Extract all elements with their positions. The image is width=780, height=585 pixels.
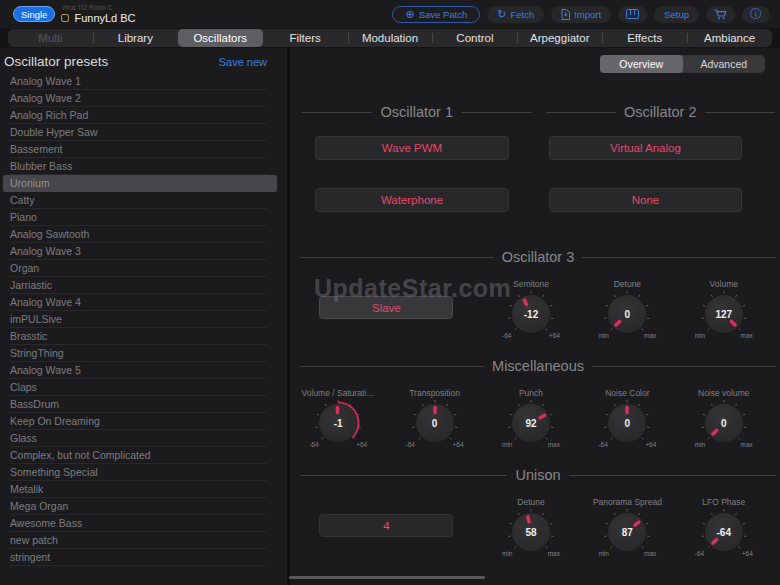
preset-brasstic[interactable]: Brasstic: [10, 328, 267, 345]
tab-library[interactable]: Library: [93, 29, 178, 47]
knob-label: Detune: [614, 279, 641, 289]
osc3-mode-button[interactable]: Slave: [319, 296, 453, 319]
tab-multi: Multi: [8, 29, 93, 47]
knob-label: Noise Color: [605, 388, 649, 398]
import-file-icon: [561, 9, 570, 20]
oscillator3-controls: Slave Semitone-12-64+64 Detune0minmax Vo…: [290, 279, 780, 339]
knob-label: Detune: [517, 497, 544, 507]
knob-value: 0: [603, 290, 651, 338]
knob-panorama-spread[interactable]: Panorama Spread87minmax: [579, 497, 675, 557]
oscillator3-header: Oscillator 3: [300, 249, 776, 265]
preset-analog-wave-3[interactable]: Analog Wave 3: [10, 243, 267, 260]
preset-analog-rich-pad[interactable]: Analog Rich Pad: [10, 107, 267, 124]
preset-uronium[interactable]: Uronium: [3, 175, 277, 192]
preset-mega-organ[interactable]: Mega Organ: [10, 498, 267, 515]
knob-label: Noise volume: [698, 388, 750, 398]
knob-dial[interactable]: -64: [700, 508, 748, 556]
oscillators-panel: Overview Advanced Oscillator 1 Oscillato…: [290, 48, 780, 585]
knob-punch[interactable]: Punch92minmax: [483, 388, 579, 448]
preset-stringent[interactable]: stringent: [10, 549, 267, 566]
knob-semitone[interactable]: Semitone-12-64+64: [483, 279, 579, 339]
osc1-wave-button[interactable]: Wave PWM: [315, 136, 509, 160]
preset-something-special[interactable]: Something Special: [10, 464, 267, 481]
preset-new-patch[interactable]: new patch: [10, 532, 267, 549]
knob-dial[interactable]: 0: [603, 399, 651, 447]
unison-controls: 4 Detune58minmax Panorama Spread87minmax…: [290, 497, 780, 557]
single-mode-button[interactable]: Single: [13, 6, 55, 22]
patch-name[interactable]: FunnyLd BC: [74, 12, 135, 24]
knob-dial[interactable]: 0: [603, 290, 651, 338]
toggle-overview[interactable]: Overview: [600, 55, 683, 73]
preset-analog-wave-1[interactable]: Analog Wave 1: [10, 73, 267, 90]
preset-bassement[interactable]: Bassement: [10, 141, 267, 158]
knob-value: 0: [411, 399, 459, 447]
preset-double-hyper-saw[interactable]: Double Hyper Saw: [10, 124, 267, 141]
info-button[interactable]: ⓘ: [742, 6, 770, 23]
preset-blubber-bass[interactable]: Blubber Bass: [10, 158, 267, 175]
preset-bassdrum[interactable]: BassDrum: [10, 396, 267, 413]
knob-dial[interactable]: -1: [314, 399, 362, 447]
knob-lfo-phase[interactable]: LFO Phase-64-64+64: [676, 497, 772, 557]
unison-voices-button[interactable]: 4: [319, 514, 453, 537]
tab-ambiance[interactable]: Ambiance: [687, 29, 772, 47]
tab-filters[interactable]: Filters: [263, 29, 348, 47]
knob-label: Semitone: [513, 279, 549, 289]
preset-organ[interactable]: Organ: [10, 260, 267, 277]
knob-detune[interactable]: Detune0minmax: [579, 279, 675, 339]
knob-dial[interactable]: 0: [700, 399, 748, 447]
osc2-wave-button[interactable]: Virtual Analog: [549, 136, 742, 160]
knob-dial[interactable]: 0: [411, 399, 459, 447]
horizontal-scrollbar[interactable]: [289, 576, 485, 579]
tab-oscillators[interactable]: Oscillators: [178, 29, 263, 47]
preset-piano[interactable]: Piano: [10, 209, 267, 226]
save-patch-button[interactable]: ⊕ Save Patch: [392, 6, 480, 23]
toggle-advanced[interactable]: Advanced: [683, 55, 766, 73]
preset-impulsive[interactable]: imPULSive: [10, 311, 267, 328]
preset-analog-wave-5[interactable]: Analog Wave 5: [10, 362, 267, 379]
knob-dial[interactable]: 87: [603, 508, 651, 556]
fetch-label: Fetch: [510, 9, 534, 20]
preset-stringthing[interactable]: StringThing: [10, 345, 267, 362]
knob-dial[interactable]: 58: [507, 508, 555, 556]
knob-dial[interactable]: -12: [507, 290, 555, 338]
knob-volume[interactable]: Volume127minmax: [676, 279, 772, 339]
preset-jarriastic[interactable]: Jarriastic: [10, 277, 267, 294]
knob-dial[interactable]: 92: [507, 399, 555, 447]
knob-label: Punch: [519, 388, 543, 398]
knob-volume-saturati[interactable]: Volume / Saturati…-1-64+64: [290, 388, 386, 448]
preset-glass[interactable]: Glass: [10, 430, 267, 447]
knob-noise-color[interactable]: Noise Color0-64+64: [579, 388, 675, 448]
preset-analog-wave-4[interactable]: Analog Wave 4: [10, 294, 267, 311]
knob-value: 87: [603, 508, 651, 556]
osc1-wavetable-button[interactable]: Waterphone: [315, 188, 509, 212]
import-button[interactable]: Import: [551, 6, 611, 23]
knob-detune[interactable]: Detune58minmax: [483, 497, 579, 557]
keyboard-button[interactable]: [618, 6, 647, 23]
knob-dial[interactable]: 127: [700, 290, 748, 338]
preset-awesome-bass[interactable]: Awesome Bass: [10, 515, 267, 532]
knob-noise-volume[interactable]: Noise volume0minmax: [676, 388, 772, 448]
knob-label: LFO Phase: [702, 497, 745, 507]
cart-icon: [714, 9, 727, 20]
tab-modulation[interactable]: Modulation: [348, 29, 433, 47]
preset-catty[interactable]: Catty: [10, 192, 267, 209]
tab-effects[interactable]: Effects: [602, 29, 687, 47]
preset-analog-sawtooth[interactable]: Analog Sawtooth: [10, 226, 267, 243]
preset-metalik[interactable]: Metalik: [10, 481, 267, 498]
osc2-wavetable-button[interactable]: None: [549, 188, 742, 212]
view-toggle: Overview Advanced: [600, 55, 765, 73]
tab-arpeggiator[interactable]: Arpeggiator: [517, 29, 602, 47]
fetch-button[interactable]: ↻ Fetch: [487, 6, 544, 23]
preset-analog-wave-2[interactable]: Analog Wave 2: [10, 90, 267, 107]
knob-transposition[interactable]: Transposition0-64+64: [386, 388, 482, 448]
cart-button[interactable]: [706, 6, 735, 23]
patch-checkbox[interactable]: [61, 14, 69, 22]
tab-control[interactable]: Control: [432, 29, 517, 47]
save-new-link[interactable]: Save new: [219, 56, 267, 68]
setup-button[interactable]: Setup: [654, 6, 699, 23]
knob-value: 127: [700, 290, 748, 338]
save-patch-label: Save Patch: [419, 9, 468, 20]
preset-complex-but-not-complicated[interactable]: Complex, but not Complicated: [10, 447, 267, 464]
preset-keep-on-dreaming[interactable]: Keep On Dreaming: [10, 413, 267, 430]
preset-claps[interactable]: Claps: [10, 379, 267, 396]
